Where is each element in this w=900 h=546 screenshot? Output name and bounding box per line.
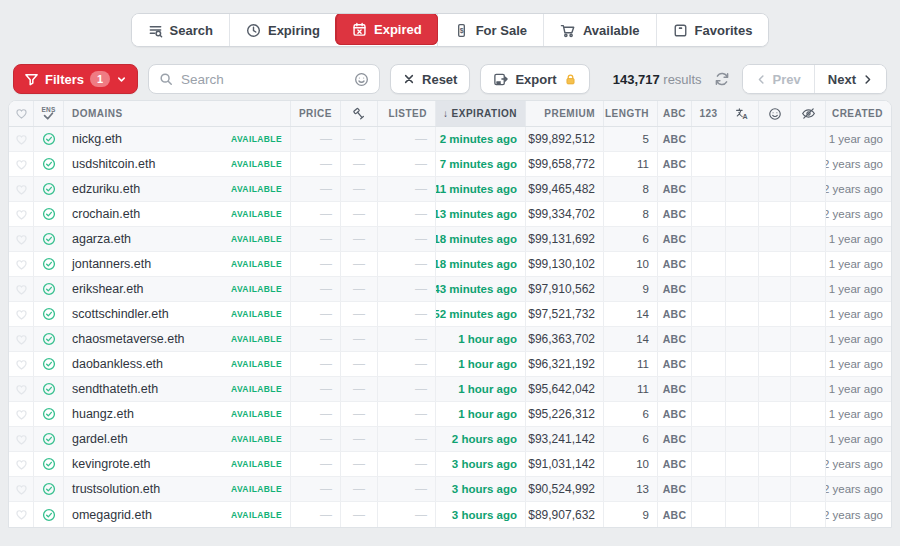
domain-cell[interactable]: trustsolution.ethAVAILABLE [64,477,291,501]
table-row[interactable]: gardel.ethAVAILABLE———2 hours ago$93,241… [9,427,891,452]
domain-cell[interactable]: agarza.ethAVAILABLE [64,227,291,251]
domain-name[interactable]: gardel.eth [72,432,128,446]
favorite-cell[interactable] [9,277,34,301]
favorite-cell[interactable] [9,252,34,276]
prev-label: Prev [773,72,801,87]
filters-button[interactable]: Filters 1 [13,64,138,94]
header-premium[interactable]: PREMIUM [526,101,604,126]
header-created[interactable]: CREATED [826,101,891,126]
domain-name[interactable]: trustsolution.eth [72,482,160,496]
tab-for-sale[interactable]: $For Sale [437,14,543,46]
favorite-cell[interactable] [9,452,34,476]
expiration-cell: 2 hours ago [436,427,526,451]
domain-name[interactable]: chaosmetaverse.eth [72,332,185,346]
header-domains[interactable]: DOMAINS [64,101,291,126]
domain-name[interactable]: sendthateth.eth [72,382,158,396]
domain-name[interactable]: jontanners.eth [72,257,151,271]
domain-name[interactable]: nickg.eth [72,132,122,146]
domain-cell[interactable]: crochain.ethAVAILABLE [64,202,291,226]
tab-expiring[interactable]: Expiring [229,14,336,46]
domain-name[interactable]: usdshitcoin.eth [72,157,155,171]
table-row[interactable]: erikshear.ethAVAILABLE———43 minutes ago$… [9,277,891,302]
prev-button[interactable]: Prev [743,65,814,93]
header-hidden[interactable] [791,101,826,126]
header-ens-check[interactable]: ENS [34,101,64,126]
tab-search[interactable]: Search [132,14,229,46]
domain-cell[interactable]: edzuriku.ethAVAILABLE [64,177,291,201]
domain-name[interactable]: agarza.eth [72,232,131,246]
domain-cell[interactable]: jontanners.ethAVAILABLE [64,252,291,276]
emoji-picker-icon[interactable] [354,72,369,87]
domain-cell[interactable]: scottschindler.ethAVAILABLE [64,302,291,326]
favorite-cell[interactable] [9,127,34,151]
favorite-cell[interactable] [9,427,34,451]
tab-favorites[interactable]: Favorites [656,14,769,46]
header-numbers[interactable]: 123 [692,101,726,126]
favorite-cell[interactable] [9,377,34,401]
favorite-cell[interactable] [9,502,34,527]
favorite-cell[interactable] [9,202,34,226]
favorite-cell[interactable] [9,477,34,501]
favorite-cell[interactable] [9,402,34,426]
table-row[interactable]: agarza.ethAVAILABLE———18 minutes ago$99,… [9,227,891,252]
table-row[interactable]: omegagrid.ethAVAILABLE———3 hours ago$89,… [9,502,891,527]
table-row[interactable]: edzuriku.ethAVAILABLE———11 minutes ago$9… [9,177,891,202]
domain-cell[interactable]: gardel.ethAVAILABLE [64,427,291,451]
domain-name[interactable]: crochain.eth [72,207,140,221]
table-row[interactable]: scottschindler.ethAVAILABLE———52 minutes… [9,302,891,327]
table-row[interactable]: nickg.ethAVAILABLE———2 minutes ago$99,89… [9,127,891,152]
favorite-cell[interactable] [9,177,34,201]
header-emoji[interactable] [759,101,791,126]
favorite-cell[interactable] [9,227,34,251]
domain-cell[interactable]: chaosmetaverse.ethAVAILABLE [64,327,291,351]
favorite-cell[interactable] [9,152,34,176]
header-price[interactable]: PRICE [291,101,341,126]
header-letters[interactable]: ABC [658,101,692,126]
domain-name[interactable]: erikshear.eth [72,282,144,296]
domain-name[interactable]: edzuriku.eth [72,182,140,196]
domain-name[interactable]: kevingrote.eth [72,457,151,471]
numbers-cell [692,327,726,351]
domain-cell[interactable]: sendthateth.ethAVAILABLE [64,377,291,401]
domain-cell[interactable]: erikshear.ethAVAILABLE [64,277,291,301]
favorite-cell[interactable] [9,302,34,326]
ens-check-cell [34,452,64,476]
export-button[interactable]: Export [480,64,589,94]
domain-cell[interactable]: kevingrote.ethAVAILABLE [64,452,291,476]
domain-cell[interactable]: nickg.ethAVAILABLE [64,127,291,151]
refresh-icon[interactable] [712,69,732,89]
domain-name[interactable]: omegagrid.eth [72,508,152,522]
header-unicode[interactable]: A [726,101,759,126]
domain-cell[interactable]: daobankless.ethAVAILABLE [64,352,291,376]
table-row[interactable]: daobankless.ethAVAILABLE———1 hour ago$96… [9,352,891,377]
favorite-cell[interactable] [9,327,34,351]
tab-expired[interactable]: Expired [335,13,438,45]
table-row[interactable]: crochain.ethAVAILABLE———13 minutes ago$9… [9,202,891,227]
header-auction[interactable] [341,101,378,126]
results-count: 143,717 results [613,72,702,87]
domain-name[interactable]: daobankless.eth [72,357,163,371]
domain-name[interactable]: huangz.eth [72,407,134,421]
length-cell: 5 [604,127,658,151]
domain-name[interactable]: scottschindler.eth [72,307,169,321]
domain-cell[interactable]: omegagrid.ethAVAILABLE [64,502,291,527]
domain-cell[interactable]: usdshitcoin.ethAVAILABLE [64,152,291,176]
reset-button[interactable]: Reset [390,64,470,94]
next-button[interactable]: Next [814,65,886,93]
table-row[interactable]: sendthateth.ethAVAILABLE———1 hour ago$95… [9,377,891,402]
tab-available[interactable]: Available [543,14,656,46]
table-row[interactable]: kevingrote.ethAVAILABLE———3 hours ago$91… [9,452,891,477]
header-favorite[interactable] [9,101,34,126]
table-row[interactable]: jontanners.ethAVAILABLE———18 minutes ago… [9,252,891,277]
table-row[interactable]: chaosmetaverse.ethAVAILABLE———1 hour ago… [9,327,891,352]
header-expiration[interactable]: ↓ EXPIRATION [436,101,526,126]
search-input[interactable] [181,72,346,87]
table-row[interactable]: usdshitcoin.ethAVAILABLE———7 minutes ago… [9,152,891,177]
table-row[interactable]: huangz.ethAVAILABLE———1 hour ago$95,226,… [9,402,891,427]
domain-cell[interactable]: huangz.ethAVAILABLE [64,402,291,426]
table-row[interactable]: trustsolution.ethAVAILABLE———3 hours ago… [9,477,891,502]
header-length[interactable]: LENGTH [604,101,658,126]
expiration-cell: 2 minutes ago [436,127,526,151]
favorite-cell[interactable] [9,352,34,376]
header-listed[interactable]: LISTED [378,101,436,126]
